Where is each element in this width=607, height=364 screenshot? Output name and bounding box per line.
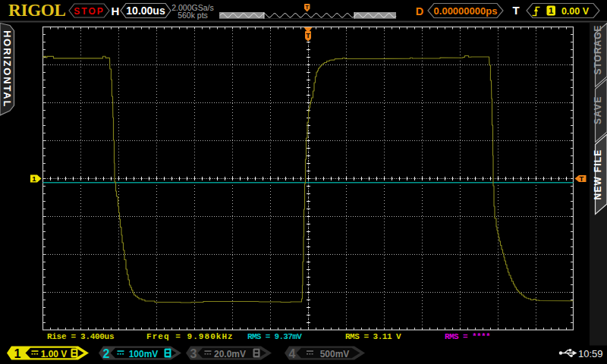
svg-text:T: T <box>580 174 584 183</box>
svg-text:1.00 V: 1.00 V <box>41 349 68 359</box>
svg-text:1: 1 <box>14 347 21 360</box>
svg-text:HORIZONTAL: HORIZONTAL <box>2 30 13 108</box>
svg-text:3: 3 <box>190 347 197 360</box>
svg-text:2: 2 <box>103 347 110 360</box>
svg-text:20.0mV: 20.0mV <box>214 349 246 359</box>
svg-text:T: T <box>306 32 310 39</box>
svg-text:500mV: 500mV <box>320 349 350 359</box>
svg-text:1: 1 <box>32 174 36 183</box>
svg-text:SAVE: SAVE <box>593 96 603 124</box>
svg-text:T: T <box>306 5 310 10</box>
svg-text:STORAGE: STORAGE <box>593 24 603 74</box>
svg-text:1: 1 <box>549 6 554 15</box>
svg-text:100mV: 100mV <box>129 349 159 359</box>
svg-text:4: 4 <box>289 347 296 360</box>
svg-text:NEW FILE: NEW FILE <box>593 149 603 200</box>
